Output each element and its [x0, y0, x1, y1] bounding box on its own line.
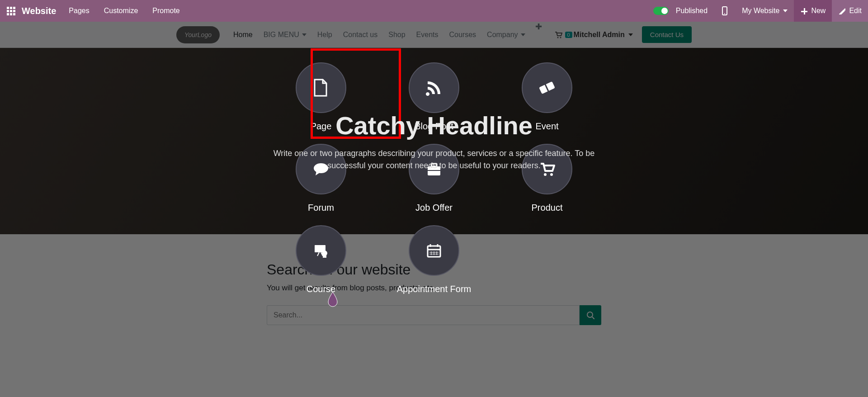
- edit-button[interactable]: Edit: [832, 0, 868, 22]
- rss-icon: [409, 62, 459, 113]
- my-website-dropdown[interactable]: My Website: [736, 0, 794, 22]
- topmenu-promote[interactable]: Promote: [145, 0, 187, 22]
- tile-appointment-form[interactable]: Appointment Form: [377, 225, 491, 307]
- tile-label: Page: [311, 121, 332, 132]
- apps-icon[interactable]: [0, 7, 22, 15]
- page-icon: [296, 62, 346, 113]
- published-toggle[interactable]: Published: [647, 0, 714, 22]
- published-label: Published: [676, 7, 708, 15]
- tile-label: Product: [532, 203, 563, 213]
- new-content-modal[interactable]: Page Blog Post Event Forum Job Offer Pro…: [0, 22, 868, 397]
- topmenu-customize[interactable]: Customize: [97, 0, 146, 22]
- admin-topbar: Website Pages Customize Promote Publishe…: [0, 0, 868, 22]
- hero-headline: Catchy Headline: [335, 111, 533, 140]
- edit-label: Edit: [849, 7, 862, 15]
- chevron-down-icon: [783, 9, 788, 12]
- hero-subtext: Write one or two paragraphs describing y…: [271, 147, 597, 172]
- tile-course[interactable]: Course: [264, 225, 377, 307]
- ticket-icon: [522, 62, 572, 113]
- app-title[interactable]: Website: [22, 6, 61, 16]
- topmenu-pages[interactable]: Pages: [61, 0, 96, 22]
- presentation-icon: [296, 225, 346, 276]
- tile-label: Appointment Form: [397, 284, 472, 294]
- calendar-icon: [409, 225, 459, 276]
- tile-label: Event: [535, 121, 558, 132]
- tile-label: Job Offer: [415, 203, 453, 213]
- new-label: New: [811, 7, 826, 15]
- mobile-preview-button[interactable]: [714, 0, 736, 22]
- my-website-label: My Website: [742, 7, 779, 15]
- tile-label: Course: [307, 284, 335, 294]
- new-button[interactable]: New: [794, 0, 832, 22]
- tile-label: Forum: [308, 203, 334, 213]
- toggle-switch-icon: [653, 7, 669, 15]
